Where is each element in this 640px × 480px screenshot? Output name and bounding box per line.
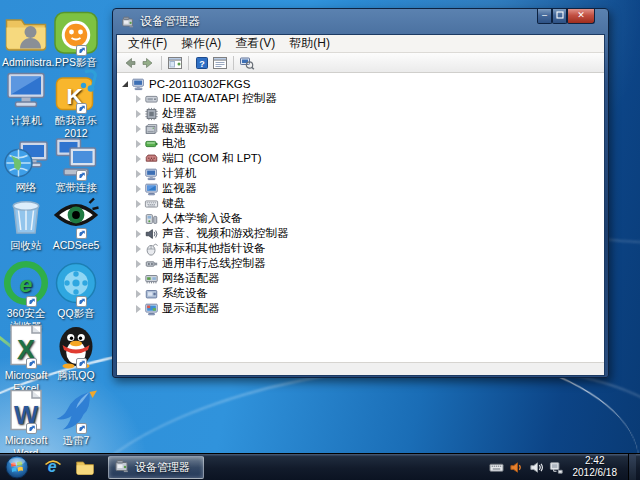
shortcut-arrow-icon — [26, 296, 37, 307]
tree-item-label: IDE ATA/ATAPI 控制器 — [162, 91, 277, 106]
task-button-device-manager[interactable]: 设备管理器 — [108, 456, 204, 479]
back-icon[interactable] — [122, 55, 138, 71]
menu-item[interactable]: 帮助(H) — [282, 34, 337, 53]
tree-expand-arrow[interactable] — [133, 185, 143, 193]
start-button[interactable] — [0, 454, 34, 480]
tree-expand-arrow[interactable] — [133, 110, 143, 118]
triangle-closed-icon — [136, 275, 141, 283]
close-button[interactable]: ✕ — [567, 9, 595, 24]
maximize-button[interactable] — [552, 9, 567, 24]
tree-item[interactable]: 声音、视频和游戏控制器 — [133, 226, 604, 241]
desktop-icon-pps[interactable]: PPS影音 — [52, 8, 100, 69]
tree-item[interactable]: 系统设备 — [133, 286, 604, 301]
triangle-closed-icon — [136, 140, 141, 148]
tree-expand-arrow[interactable] — [133, 95, 143, 103]
tree-expand-arrow[interactable] — [133, 260, 143, 268]
desktop-icon-xunlei[interactable]: 迅雷7 — [52, 386, 100, 447]
tree-expand-arrow[interactable] — [133, 230, 143, 238]
tree-item[interactable]: 人体学输入设备 — [133, 211, 604, 226]
tree-item[interactable]: 处理器 — [133, 106, 604, 121]
desktop-icon-label: 迅雷7 — [52, 434, 100, 447]
my-computer-icon — [2, 66, 50, 114]
desktop-icon-qq[interactable]: 腾讯QQ — [52, 321, 100, 382]
tree-item[interactable]: 网络适配器 — [133, 271, 604, 286]
tree-expand-arrow[interactable] — [133, 290, 143, 298]
desktop-icon-kuwo-music[interactable]: K酷我音乐 2012 — [52, 66, 100, 139]
tree-expand-arrow[interactable] — [133, 170, 143, 178]
scan-hardware-icon[interactable] — [239, 55, 255, 71]
volume-icon[interactable] — [529, 460, 544, 475]
shortcut-arrow-icon — [76, 103, 87, 114]
internet-explorer-button[interactable]: e — [40, 455, 66, 479]
recycle-bin-icon — [2, 191, 50, 239]
tree-item[interactable]: 通用串行总线控制器 — [133, 256, 604, 271]
tree-expand-arrow[interactable] — [133, 305, 143, 313]
speaker-orange-icon[interactable] — [509, 460, 524, 475]
quick-launch-area: e — [34, 455, 98, 479]
window-title: 设备管理器 — [140, 13, 200, 30]
tree-item[interactable]: 键盘 — [133, 196, 604, 211]
tree-item-label: 处理器 — [162, 106, 197, 121]
browser-360-icon: e — [2, 259, 50, 307]
desktop-icon-label: 回收站 — [2, 239, 50, 252]
file-explorer-button[interactable] — [72, 455, 98, 479]
keyboard-icon — [144, 197, 159, 211]
triangle-closed-icon — [136, 230, 141, 238]
monitor-icon — [144, 182, 159, 196]
xunlei-icon — [52, 386, 100, 434]
computer-node-icon — [131, 77, 146, 91]
triangle-closed-icon — [136, 170, 141, 178]
console-tree-icon[interactable] — [167, 55, 183, 71]
menu-item[interactable]: 查看(V) — [228, 34, 282, 53]
svg-text:e: e — [20, 272, 33, 297]
device-manager-icon — [114, 458, 130, 476]
acdsee-icon — [52, 191, 100, 239]
qq-player-icon — [52, 259, 100, 307]
tree-item[interactable]: 电池 — [133, 136, 604, 151]
desktop-icon-network-places[interactable]: 网络 — [2, 133, 50, 194]
taskbar-clock[interactable]: 2:42 2012/6/18 — [569, 455, 624, 480]
tree-item[interactable]: 鼠标和其他指针设备 — [133, 241, 604, 256]
window-body: 文件(F)操作(A)查看(V)帮助(H) ? PC-20110302FKGSID… — [116, 34, 605, 376]
excel-icon: X — [2, 321, 50, 369]
help-icon[interactable]: ? — [194, 55, 210, 71]
system-tray: 2:42 2012/6/18 — [489, 454, 640, 480]
tree-expand-arrow[interactable] — [133, 155, 143, 163]
tree-item-label: 磁盘驱动器 — [162, 121, 220, 136]
tree-expand-arrow[interactable] — [133, 125, 143, 133]
minimize-button[interactable]: – — [537, 9, 552, 24]
tree-expand-arrow[interactable] — [133, 200, 143, 208]
device-tree[interactable]: PC-20110302FKGSIDE ATA/ATAPI 控制器处理器磁盘驱动器… — [117, 73, 604, 362]
tree-collapse-arrow[interactable] — [120, 81, 130, 87]
input-keyboard-icon[interactable] — [489, 460, 504, 475]
tree-item[interactable]: IDE ATA/ATAPI 控制器 — [133, 91, 604, 106]
tree-expand-arrow[interactable] — [133, 140, 143, 148]
show-desktop-button[interactable] — [628, 454, 636, 480]
desktop-icon-qq-player[interactable]: QQ影音 — [52, 259, 100, 320]
triangle-closed-icon — [136, 200, 141, 208]
desktop-icon-recycle-bin[interactable]: 回收站 — [2, 191, 50, 252]
desktop-icon-acdsee[interactable]: ACDSee5 — [52, 191, 100, 252]
tree-item[interactable]: 计算机 — [133, 166, 604, 181]
desktop-icon-broadband[interactable]: 宽带连接 — [52, 133, 100, 194]
tree-item[interactable]: PC-20110302FKGS — [120, 76, 604, 91]
tree-expand-arrow[interactable] — [133, 215, 143, 223]
tree-expand-arrow[interactable] — [133, 245, 143, 253]
tree-item[interactable]: 监视器 — [133, 181, 604, 196]
tree-item[interactable]: 显示适配器 — [133, 301, 604, 316]
network-tray-icon[interactable] — [549, 460, 564, 475]
menu-item[interactable]: 文件(F) — [121, 34, 174, 53]
menu-item[interactable]: 操作(A) — [174, 34, 228, 53]
tree-item[interactable]: 磁盘驱动器 — [133, 121, 604, 136]
window-titlebar[interactable]: 设备管理器 – ✕ — [116, 9, 605, 34]
desktop-icon-my-computer[interactable]: 计算机 — [2, 66, 50, 127]
tree-expand-arrow[interactable] — [133, 275, 143, 283]
forward-icon[interactable] — [140, 55, 156, 71]
processor-icon — [144, 107, 159, 121]
properties-icon[interactable] — [212, 55, 228, 71]
tree-children: IDE ATA/ATAPI 控制器处理器磁盘驱动器电池端口 (COM 和 LPT… — [120, 91, 604, 316]
tree-item[interactable]: 端口 (COM 和 LPT) — [133, 151, 604, 166]
system-device-icon — [144, 287, 159, 301]
desktop-icon-user-folder[interactable]: Administra... — [2, 8, 50, 69]
desktop-icon-label: ACDSee5 — [52, 239, 100, 252]
